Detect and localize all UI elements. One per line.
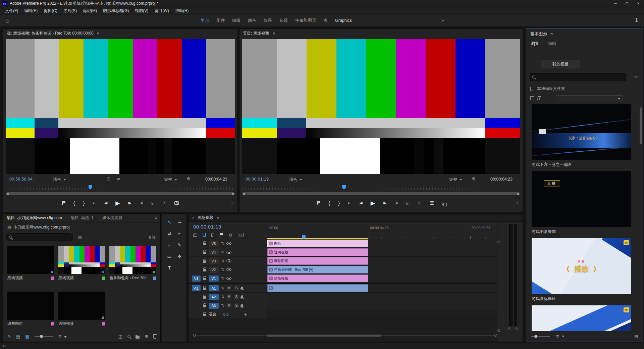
- menu-markers[interactable]: 标记(M): [80, 8, 100, 14]
- track-lock-icon[interactable]: [203, 314, 206, 316]
- home-icon[interactable]: ⌂: [5, 17, 9, 24]
- close-button[interactable]: ✕: [633, 0, 644, 7]
- track-lock-icon[interactable]: [203, 296, 206, 299]
- timeline-track-lane[interactable]: [267, 301, 497, 310]
- workspace-tab-effects[interactable]: 效果: [264, 18, 272, 23]
- sort-button[interactable]: ≣: [556, 334, 565, 339]
- maximize-button[interactable]: ▢: [621, 0, 633, 7]
- libraries-checkbox[interactable]: [530, 96, 534, 100]
- sync-lock-icon[interactable]: ⇅: [221, 295, 224, 299]
- go-to-out-button[interactable]: ⇥: [139, 201, 143, 205]
- source-scrub-bar[interactable]: [6, 185, 235, 191]
- solo-track-button[interactable]: S: [234, 303, 239, 308]
- label-color-chip[interactable]: [102, 322, 105, 326]
- sync-lock-icon[interactable]: ⇅: [221, 259, 224, 263]
- button-editor-button[interactable]: +: [230, 200, 233, 205]
- panel-menu-icon[interactable]: ≡: [217, 215, 219, 220]
- clear-button[interactable]: [153, 335, 156, 339]
- mark-in-button[interactable]: {: [73, 200, 75, 206]
- timeline-clip[interactable]: fx黑场视频: [267, 275, 368, 282]
- minimize-button[interactable]: ─: [610, 0, 621, 7]
- track-lock-icon[interactable]: [203, 305, 206, 307]
- source-patch-empty[interactable]: [192, 241, 201, 247]
- track-target-button[interactable]: V5: [209, 241, 219, 247]
- toggle-track-output-icon[interactable]: [226, 251, 231, 254]
- track-target-button[interactable]: A1: [209, 285, 219, 291]
- project-item-name[interactable]: 黑场视频: [58, 276, 74, 281]
- template-name[interactable]: 游戏徽标循环: [532, 296, 631, 302]
- project-item-thumbnail[interactable]: ▦: [7, 246, 54, 274]
- source-patch-empty[interactable]: [192, 294, 201, 300]
- workspace-tab-learning[interactable]: 学习: [201, 18, 209, 23]
- toggle-track-output-icon[interactable]: [226, 277, 231, 280]
- source-patch-empty[interactable]: [192, 249, 201, 255]
- track-lock-icon[interactable]: [203, 269, 206, 271]
- workspace-tab-captions[interactable]: 字幕和图形: [295, 18, 316, 23]
- master-track-lane[interactable]: [267, 310, 497, 319]
- toggle-track-output-icon[interactable]: [226, 259, 231, 262]
- captions-icon[interactable]: CC: [238, 233, 244, 237]
- thumbnail-zoom-slider[interactable]: [35, 336, 53, 337]
- keyframe-icon[interactable]: ◈: [244, 312, 247, 316]
- local-templates-checkbox[interactable]: [530, 87, 534, 91]
- templates-search-input[interactable]: [530, 73, 626, 81]
- step-forward-button[interactable]: ▮▶: [383, 201, 386, 205]
- menu-window[interactable]: 窗口(W): [151, 8, 172, 14]
- step-forward-button[interactable]: ▮▶: [128, 201, 131, 205]
- templates-scrollbar[interactable]: [640, 107, 642, 144]
- comparison-view-button[interactable]: [442, 202, 445, 205]
- vertical-scrollbar[interactable]: [499, 242, 499, 329]
- sync-status-icon[interactable]: ↻: [3, 344, 6, 348]
- voiceover-record-icon[interactable]: [241, 295, 243, 298]
- vertical-scroll-handle[interactable]: [497, 329, 500, 332]
- automate-to-sequence-button[interactable]: ◫: [118, 334, 122, 339]
- hand-tool[interactable]: ✥: [175, 252, 184, 261]
- go-to-in-button[interactable]: ⇤: [348, 201, 351, 205]
- track-lock-icon[interactable]: [203, 243, 206, 245]
- project-item-name[interactable]: 调整图层: [7, 321, 23, 326]
- type-tool[interactable]: T: [165, 263, 174, 272]
- play-button[interactable]: ▶: [115, 200, 120, 207]
- template-thumbnail[interactable]: 玩家 1 是否准备好?: [532, 104, 631, 160]
- tab-media-browser[interactable]: 媒体浏览器: [102, 215, 122, 221]
- label-color-chip[interactable]: [51, 322, 54, 326]
- workspace-overflow-icon[interactable]: »: [441, 18, 444, 23]
- timeline-clip[interactable]: fx图形: [267, 240, 368, 247]
- timeline-audio-clip[interactable]: fx: [267, 284, 368, 292]
- project-writable-icon[interactable]: ✎: [7, 334, 11, 339]
- project-search-input[interactable]: [6, 233, 73, 241]
- track-lock-icon[interactable]: [203, 288, 206, 290]
- razor-tool[interactable]: ✂: [175, 229, 184, 238]
- track-select-tool[interactable]: ⇥: [175, 218, 184, 227]
- overwrite-button[interactable]: ◰: [163, 201, 166, 205]
- source-patch-empty[interactable]: [192, 267, 201, 273]
- go-to-in-button[interactable]: ⇤: [93, 201, 96, 205]
- track-target-button[interactable]: V2: [209, 267, 219, 273]
- source-settings-wrench-icon[interactable]: ⚙: [186, 176, 191, 181]
- solo-track-button[interactable]: S: [234, 286, 239, 291]
- meter-solo-labels[interactable]: S S: [508, 327, 520, 331]
- add-marker-button[interactable]: [317, 201, 320, 205]
- add-marker-button[interactable]: [62, 201, 65, 205]
- rectangle-tool[interactable]: ▭: [165, 252, 174, 261]
- timeline-track-lane[interactable]: fx透明视频: [267, 248, 497, 257]
- source-zoom-scrollbar[interactable]: [6, 192, 235, 195]
- slip-tool[interactable]: ↔: [165, 241, 174, 249]
- workspace-tab-libraries[interactable]: 库: [324, 18, 328, 23]
- source-video-viewer[interactable]: [6, 39, 235, 174]
- timeline-track-lane[interactable]: fx调整图层: [267, 257, 497, 265]
- toggle-track-output-icon[interactable]: [226, 268, 231, 271]
- export-frame-button[interactable]: [430, 201, 434, 205]
- panel-menu-icon[interactable]: ≡: [97, 31, 100, 36]
- source-patch-empty[interactable]: [192, 258, 201, 264]
- timeline-clip[interactable]: fx透明视频: [267, 248, 368, 256]
- voiceover-record-icon[interactable]: [241, 304, 243, 307]
- add-marker-icon[interactable]: [220, 233, 223, 237]
- play-button[interactable]: ▶: [371, 200, 375, 207]
- timeline-empty-area[interactable]: [189, 319, 497, 342]
- project-item-name[interactable]: 色条和色调 - Rec 709: [109, 276, 147, 281]
- close-panel-icon[interactable]: ×: [192, 215, 195, 220]
- timeline-horizontal-scrollbar[interactable]: [193, 334, 497, 337]
- bin-name[interactable]: 小刀娱乐网www.x6g.com.prproj: [13, 225, 69, 230]
- program-zoom-scrollbar[interactable]: [242, 192, 520, 195]
